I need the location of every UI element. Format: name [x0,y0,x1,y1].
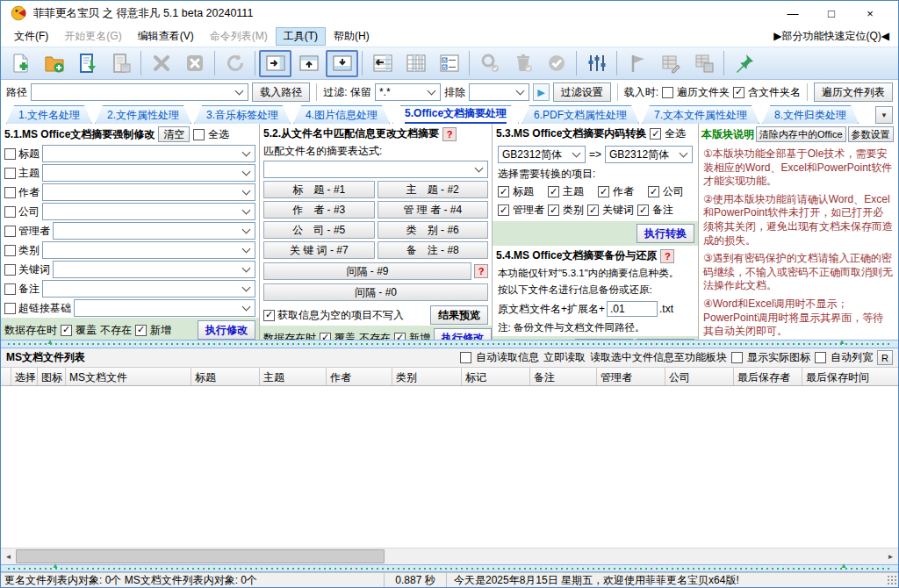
tab-music-tags[interactable]: 3.音乐标签处理 [194,105,291,124]
tab-office-summary[interactable]: 5.Office文档摘要处理 [392,105,519,124]
scrollbar-thumb[interactable] [16,549,385,563]
table-columns-button[interactable] [399,50,432,77]
panel-bottom-button[interactable] [326,50,358,77]
convert-subject-checkbox[interactable] [548,186,559,197]
pin-button[interactable] [728,50,760,77]
convert-comments-checkbox[interactable] [637,204,649,216]
convert-category-checkbox[interactable] [548,204,559,216]
author-combobox[interactable] [42,183,255,201]
apply-filter-button[interactable]: ▶ [533,83,549,101]
column-header-category[interactable]: 类别 [392,368,462,385]
column-header-mark[interactable]: 标记 [462,368,530,385]
convert-author-checkbox[interactable] [598,186,609,197]
execute-convert-button[interactable]: 执行转换 [636,224,694,243]
insert-company-button[interactable]: 公 司 - #5 [263,221,375,239]
manager-checkbox[interactable] [4,226,16,237]
tab-file-attributes[interactable]: 2.文件属性处理 [95,105,191,124]
filter-settings-button[interactable]: 过滤设置 [553,82,611,102]
horizontal-splitter[interactable]: ▲ ▲ [1,564,898,572]
column-header-last-saved-time[interactable]: 最后保存时间 [802,368,898,385]
filter-sliders-button[interactable] [580,50,613,77]
convert-keywords-checkbox[interactable] [587,204,599,216]
column-header-author[interactable]: 作者 [327,368,392,385]
column-header-file[interactable]: MS文档文件 [66,368,191,385]
menu-quick-locate[interactable]: ▶部分功能快速定位(Q)◀ [773,29,893,44]
column-header-manager[interactable]: 管理者 [597,368,665,385]
clear-office-memory-button[interactable]: 清除内存中的Office [756,126,846,142]
interval-0-button[interactable]: 间隔 - #0 [263,283,488,301]
exclude-filter-combobox[interactable] [469,83,529,101]
resize-grip[interactable] [887,575,897,585]
auto-read-checkbox[interactable] [460,352,471,363]
hyperlink-base-checkbox[interactable] [4,303,16,314]
subject-checkbox[interactable] [4,168,16,179]
column-header-select[interactable]: 选择 [11,368,38,385]
insert-keywords-button[interactable]: 关 键 词 - #7 [263,241,375,259]
menu-help[interactable]: 帮助(H) [326,27,378,46]
auto-column-width-checkbox[interactable] [815,352,826,363]
insert-comments-button[interactable]: 备 注 - #8 [378,241,489,259]
read-now-link[interactable]: 立即读取 [543,350,586,365]
column-header-comments[interactable]: 备注 [530,368,597,385]
tab-overflow-button[interactable]: ▼ [875,106,893,124]
overwrite-checkbox-52[interactable] [320,333,331,341]
insert-subject-button[interactable]: 主 题 - #2 [378,181,489,198]
panel-top-button[interactable] [292,50,325,77]
horizontal-splitter[interactable]: ▲ ▲ [1,340,898,348]
import-list-button[interactable] [71,50,104,77]
column-header-last-saved-by[interactable]: 最后保存者 [734,368,802,385]
traverse-file-list-button[interactable]: 遍历文件列表 [814,82,893,102]
menu-file[interactable]: 文件(F) [6,27,56,46]
help-icon[interactable]: ? [474,264,488,278]
insert-category-button[interactable]: 类 别 - #6 [378,221,489,239]
tab-image-info[interactable]: 4.图片信息处理 [293,105,390,124]
help-icon[interactable]: ? [660,249,674,263]
keywords-combobox[interactable] [53,261,255,278]
insert-title-button[interactable]: 标 题 - #1 [263,181,375,198]
backup-ext-input[interactable] [607,301,658,317]
comments-combobox[interactable] [42,280,255,298]
title-checkbox[interactable] [4,148,16,160]
read-selected-link[interactable]: 读取选中文件信息至功能板块 [590,350,727,365]
interval-9-button[interactable]: 间隔 - #9 [263,262,471,280]
convert-title-checkbox[interactable] [498,186,509,197]
company-combobox[interactable] [42,203,255,220]
keep-filter-combobox[interactable]: *.* [375,83,441,101]
add-checkbox-52[interactable] [394,333,406,341]
include-folder-name-checkbox[interactable] [733,87,744,98]
tab-file-classify[interactable]: 8.文件归类处理 [762,105,859,124]
comments-checkbox[interactable] [4,283,16,295]
title-combobox[interactable] [42,145,255,162]
check-list-button[interactable] [433,50,465,77]
add-checkbox-51[interactable] [135,325,147,336]
execute-modify-button-51[interactable]: 执行修改 [198,320,255,340]
tab-filename[interactable]: 1.文件名处理 [6,105,92,124]
preview-result-button[interactable]: 结果预览 [430,305,488,325]
traverse-folders-checkbox[interactable] [662,87,673,98]
panel-right-button[interactable] [259,50,291,77]
column-header-subject[interactable]: 主题 [260,368,327,385]
reset-columns-button[interactable]: R [877,350,893,365]
select-all-checkbox-53[interactable] [650,128,661,140]
parameter-settings-button[interactable]: 参数设置 [848,126,894,142]
minimize-button[interactable]: — [773,7,812,20]
category-checkbox[interactable] [4,245,16,256]
menu-tools[interactable]: 工具(T) [276,27,326,46]
convert-company-checkbox[interactable] [648,186,659,197]
execute-modify-button-52[interactable]: 执行修改 [434,328,492,340]
scroll-left-arrow-icon[interactable]: ◄ [1,549,16,564]
manager-combobox[interactable] [53,222,255,240]
subject-combobox[interactable] [42,164,255,182]
clear-button[interactable]: 清空 [158,126,190,142]
from-encoding-combobox[interactable]: GB2312简体 [498,146,586,163]
convert-manager-checkbox[interactable] [498,204,509,216]
category-combobox[interactable] [42,241,255,259]
load-path-button[interactable]: 载入路径 [252,82,310,102]
select-all-checkbox-51[interactable] [193,129,205,140]
path-combobox[interactable] [31,83,248,101]
add-folder-button[interactable] [38,50,70,77]
to-encoding-combobox[interactable]: GB2312简体 [605,146,693,163]
column-header-icon[interactable]: 图标 [38,368,66,385]
overwrite-checkbox-51[interactable] [61,325,72,336]
table-move-left-button[interactable] [366,50,399,77]
